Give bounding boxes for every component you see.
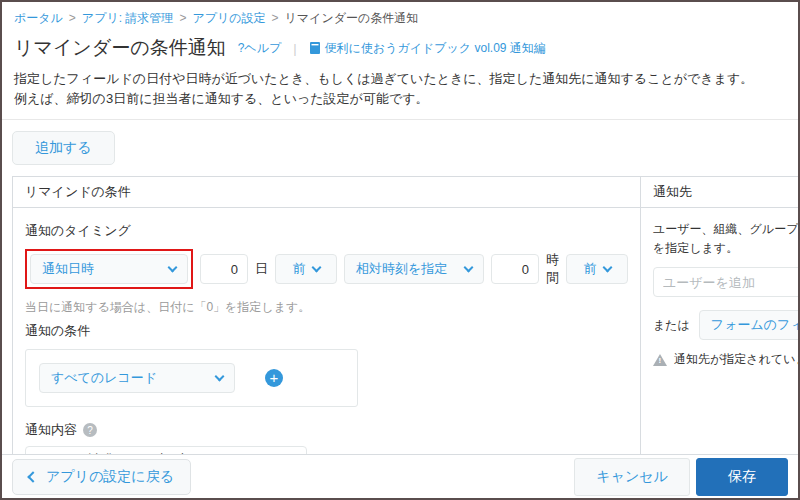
recipients-warning-text: 通知先が指定されていませ	[674, 351, 800, 368]
breadcrumb: ポータル > アプリ: 請求管理 > アプリの設定 > リマインダーの条件通知	[2, 2, 798, 25]
cancel-button[interactable]: キャンセル	[574, 458, 690, 496]
add-user-input[interactable]	[653, 267, 800, 297]
back-button-label: アプリの設定に戻る	[46, 468, 174, 486]
recipients-description: ユーザー、組織、グループ、または を指定します。	[653, 220, 800, 258]
timing-row: 通知日時 日 前 相対時刻を指定 時間	[25, 249, 628, 289]
breadcrumb-current-page: リマインダーの条件通知	[285, 11, 419, 25]
breadcrumb-separator: >	[69, 11, 76, 25]
condition-section-label: 通知の条件	[25, 322, 628, 340]
guidebook-link[interactable]: 便利に使おうガイドブック vol.09 通知編	[309, 40, 546, 57]
recipients-description-line-1: ユーザー、組織、グループ、または	[653, 220, 800, 239]
timing-field-dropdown-value: 通知日時	[42, 260, 94, 278]
remind-condition-panel-title: リマインドの条件	[13, 177, 640, 208]
notification-content-label-row: 通知内容 ?	[25, 421, 628, 439]
or-label: または	[653, 317, 690, 334]
days-before-after-dropdown[interactable]: 前	[275, 254, 337, 284]
notification-content-label: 通知内容	[25, 421, 77, 439]
description-line-1: 指定したフィールドの日付や日時が近づいたとき、もしくは過ぎていたときに、指定した…	[14, 69, 786, 89]
or-row: または フォームのフィー	[653, 310, 800, 340]
records-filter-dropdown[interactable]: すべてのレコード	[39, 363, 235, 393]
remind-condition-panel: リマインドの条件 通知のタイミング 通知日時 日 前	[13, 177, 641, 467]
breadcrumb-separator: >	[272, 11, 279, 25]
warning-icon	[653, 354, 667, 366]
back-to-app-settings-button[interactable]: アプリの設定に戻る	[12, 459, 191, 495]
help-link[interactable]: ?ヘルプ	[238, 40, 282, 57]
timing-section-label: 通知のタイミング	[25, 222, 628, 240]
hours-before-after-dropdown[interactable]: 前	[566, 254, 628, 284]
recipients-warning: 通知先が指定されていませ	[653, 351, 800, 368]
breadcrumb-app-settings[interactable]: アプリの設定	[192, 11, 265, 25]
add-reminder-button[interactable]: 追加する	[12, 131, 115, 165]
days-input[interactable]	[200, 254, 248, 284]
save-button[interactable]: 保存	[696, 458, 788, 496]
condition-box: すべてのレコード +	[25, 349, 358, 407]
days-before-after-value: 前	[293, 260, 306, 278]
page-description: 指定したフィールドの日付や日時が近づいたとき、もしくは過ぎていたときに、指定した…	[2, 61, 798, 119]
form-field-select-label: フォームのフィー	[711, 316, 800, 334]
description-line-2: 例えば、締切の3日前に担当者に通知する、といった設定が可能です。	[14, 89, 786, 109]
chevron-down-icon	[602, 263, 612, 273]
chevron-down-icon	[215, 372, 225, 382]
hours-unit-label: 時間	[546, 251, 559, 287]
app-window: ポータル > アプリ: 請求管理 > アプリの設定 > リマインダーの条件通知 …	[0, 0, 800, 500]
add-condition-button[interactable]: +	[265, 369, 283, 387]
recipients-description-line-2: を指定します。	[653, 239, 800, 258]
time-mode-dropdown[interactable]: 相対時刻を指定	[344, 254, 484, 284]
recipients-panel-title: 通知先	[641, 177, 800, 208]
guidebook-link-label: 便利に使おうガイドブック vol.09 通知編	[325, 40, 546, 57]
breadcrumb-separator: >	[179, 11, 186, 25]
form-field-select-button[interactable]: フォームのフィー	[699, 310, 800, 340]
timing-field-dropdown[interactable]: 通知日時	[30, 254, 188, 284]
highlight-red-box: 通知日時	[25, 249, 193, 289]
hours-before-after-value: 前	[584, 260, 597, 278]
time-mode-dropdown-value: 相対時刻を指定	[356, 260, 447, 278]
chevron-left-icon	[27, 471, 38, 482]
footer-actions: キャンセル 保存	[574, 458, 788, 496]
records-filter-dropdown-value: すべてのレコード	[51, 369, 157, 387]
chevron-down-icon	[168, 263, 178, 273]
timing-hint-text: 当日に通知する場合は、日付に「0」を指定します。	[25, 299, 628, 316]
remind-condition-panel-body: 通知のタイミング 通知日時 日 前 相対時刻	[13, 208, 640, 482]
book-icon	[309, 41, 321, 55]
breadcrumb-app[interactable]: アプリ: 請求管理	[82, 11, 174, 25]
title-separator: |	[293, 41, 296, 56]
footer-bar: アプリの設定に戻る キャンセル 保存	[2, 454, 798, 498]
days-unit-label: 日	[255, 260, 268, 278]
reminder-settings-panels: リマインドの条件 通知のタイミング 通知日時 日 前	[12, 176, 800, 468]
chevron-down-icon	[464, 263, 474, 273]
help-question-icon[interactable]: ?	[83, 423, 97, 437]
breadcrumb-portal[interactable]: ポータル	[14, 11, 63, 25]
hours-input[interactable]	[491, 254, 539, 284]
page-title: リマインダーの条件通知	[14, 35, 226, 61]
page-header: リマインダーの条件通知 ?ヘルプ | 便利に使おうガイドブック vol.09 通…	[2, 25, 798, 61]
chevron-down-icon	[311, 263, 321, 273]
toolbar: 追加する	[2, 120, 798, 176]
recipients-panel: 通知先 ユーザー、組織、グループ、または を指定します。 または フォームのフィ…	[641, 177, 800, 467]
recipients-panel-body: ユーザー、組織、グループ、または を指定します。 または フォームのフィー 通知…	[641, 208, 800, 376]
